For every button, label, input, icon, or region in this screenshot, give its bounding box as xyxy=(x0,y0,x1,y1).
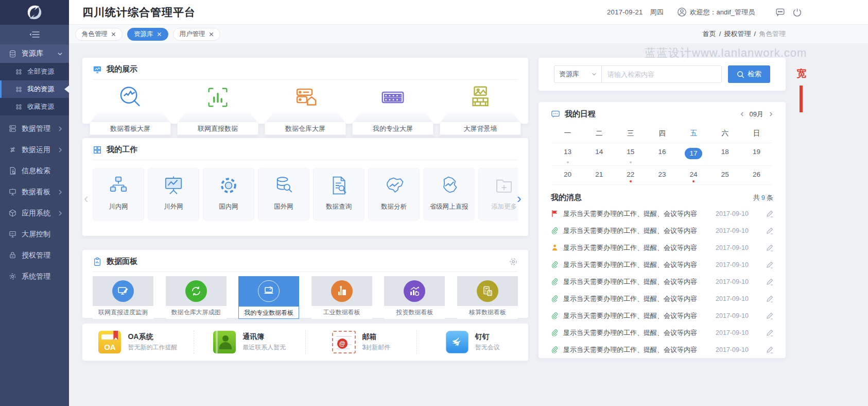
work-item-label: 国外网 xyxy=(258,202,309,211)
edit-pencil-icon[interactable] xyxy=(766,210,773,217)
work-item-provincial-online-report[interactable]: 省级网上直报 xyxy=(423,168,475,221)
work-item-sichuan-intranet[interactable]: 川内网 xyxy=(93,168,144,221)
display-item-professional-screen[interactable]: 我的专业大屏 xyxy=(352,81,433,135)
carousel-next-button[interactable]: › xyxy=(517,192,522,205)
calendar-day[interactable]: 14 xyxy=(583,143,615,165)
sidebar-item-label: 系统管理 xyxy=(22,272,63,281)
tab-role-management[interactable]: 角色管理 xyxy=(75,28,123,41)
board-item-warehouse-screen-chart[interactable]: 数据仓库大屏成图 xyxy=(166,276,227,319)
edit-pencil-icon[interactable] xyxy=(766,329,773,336)
message-row[interactable]: 显示当天需要办理的工作、提醒、会议等内容 2017-09-10 xyxy=(551,324,773,341)
edit-pencil-icon[interactable] xyxy=(766,227,773,234)
app-mailbox[interactable]: @ 邮箱 3封新邮件 xyxy=(306,330,418,354)
sidebar-item-data-dashboard[interactable]: 数据看板 xyxy=(0,181,69,202)
calendar-day[interactable]: 26 xyxy=(741,166,772,184)
calendar-day[interactable]: 20 xyxy=(552,166,583,184)
board-item-accounting-dashboard[interactable]: 核算数据看板 xyxy=(457,276,518,319)
prev-month-icon[interactable] xyxy=(740,112,744,116)
sidebar-item-favorite-resources[interactable]: 收藏资源 xyxy=(0,98,69,115)
sidebar-item-all-resources[interactable]: 全部资源 xyxy=(0,63,69,80)
calendar-day[interactable]: 22 xyxy=(615,166,646,184)
message-text: 显示当天需要办理的工作、提醒、会议等内容 xyxy=(563,345,716,354)
edit-pencil-icon[interactable] xyxy=(766,278,773,285)
display-item-online-report-data[interactable]: 联网直报数据 xyxy=(177,81,258,135)
sidebar-collapse-button[interactable] xyxy=(0,25,69,44)
sidebar-item-data-management[interactable]: 数据管理 xyxy=(0,118,69,139)
sidebar-item-resource-library[interactable]: 资源库 xyxy=(0,44,69,63)
calendar-day[interactable]: 25 xyxy=(709,166,741,184)
edit-pencil-icon[interactable] xyxy=(766,312,773,319)
board-item-investment-dashboard[interactable]: 投资数据看板 xyxy=(384,276,445,319)
display-item-warehouse-screen[interactable]: 数据仓库大屏 xyxy=(265,81,346,135)
message-row[interactable]: 显示当天需要办理的工作、提醒、会议等内容 2017-09-10 xyxy=(551,273,773,290)
message-row[interactable]: 显示当天需要办理的工作、提醒、会议等内容 2017-09-10 xyxy=(551,307,773,324)
message-row[interactable]: 显示当天需要办理的工作、提醒、会议等内容 2017-09-10 xyxy=(551,222,773,239)
calendar-day[interactable]: 18 xyxy=(709,143,741,165)
search-button[interactable]: 检索 xyxy=(728,65,770,83)
calendar-day[interactable]: 13 xyxy=(552,143,583,165)
flag-icon xyxy=(551,210,559,217)
message-row[interactable]: 显示当天需要办理的工作、提醒、会议等内容 2017-09-10 xyxy=(551,341,773,358)
calendar-day[interactable]: 15 xyxy=(615,143,646,165)
message-bubble-icon[interactable] xyxy=(775,7,785,17)
user-menu[interactable]: 欢迎您：andif_管理员 xyxy=(677,7,755,17)
search-input[interactable] xyxy=(602,66,721,82)
app-address-book[interactable]: 通讯簿 最近联系人暂无 xyxy=(194,330,306,354)
sidebar-item-authorization[interactable]: 授权管理 xyxy=(0,245,69,266)
message-row[interactable]: 显示当天需要办理的工作、提醒、会议等内容 2017-09-10 xyxy=(551,290,773,307)
sidebar-item-info-search[interactable]: 信息检索 xyxy=(0,160,69,181)
app-dingtalk[interactable]: 钉钉 暂无会议 xyxy=(417,330,528,354)
close-icon[interactable] xyxy=(157,32,162,37)
scan-bars-icon xyxy=(204,84,231,111)
calendar-day[interactable]: 23 xyxy=(646,166,678,184)
work-item-domestic-network[interactable]: 国内网 xyxy=(203,168,254,221)
sidebar-item-my-resources[interactable]: 我的资源 xyxy=(0,80,69,98)
panel-settings-gear-icon[interactable] xyxy=(509,257,518,266)
edit-pencil-icon[interactable] xyxy=(766,346,773,353)
work-item-data-query[interactable]: 数据查询 xyxy=(313,168,364,221)
work-item-add-more[interactable]: 添加更多 xyxy=(478,168,518,221)
board-item-report-progress-monitor[interactable]: 联网直报进度监测 xyxy=(93,276,153,319)
work-item-label: 数据查询 xyxy=(314,202,364,211)
next-month-icon[interactable] xyxy=(769,112,773,116)
work-item-data-analysis[interactable]: 数据分析 xyxy=(368,168,420,221)
breadcrumb-home[interactable]: 首页 xyxy=(703,30,716,38)
message-row[interactable]: 显示当天需要办理的工作、提醒、会议等内容 2017-09-10 xyxy=(551,256,773,273)
calendar-day[interactable]: 19 xyxy=(741,143,772,165)
sidebar-item-data-application[interactable]: 数据运用 xyxy=(0,139,69,160)
app-oa-system[interactable]: OA OA系统 暂无新的工作提醒 xyxy=(82,330,194,354)
calendar-day[interactable]: 16 xyxy=(646,143,678,165)
board-item-label: 核算数据看板 xyxy=(457,306,518,319)
carousel-prev-button[interactable]: ‹ xyxy=(84,192,89,205)
logo-swirl-icon xyxy=(26,4,43,21)
breadcrumb-parent[interactable]: 授权管理 xyxy=(724,30,751,38)
display-item-background-wall[interactable]: 大屏背景墙 xyxy=(440,81,521,135)
schedule-panel: 我的日程 09月 一 二 三 四 五 六 日 13 14 15 16 xyxy=(539,102,786,358)
calendar-day[interactable]: 21 xyxy=(583,166,615,184)
display-item-dashboard-screen[interactable]: 数据看板大屏 xyxy=(90,81,171,135)
power-icon[interactable] xyxy=(792,7,802,17)
edit-pencil-icon[interactable] xyxy=(766,244,773,251)
edit-pencil-icon[interactable] xyxy=(766,261,773,268)
schedule-title: 我的日程 xyxy=(565,109,596,119)
message-row[interactable]: 显示当天需要办理的工作、提醒、会议等内容 2017-09-10 xyxy=(551,205,773,222)
search-category-select[interactable]: 资源库 xyxy=(554,66,602,82)
edit-pencil-icon[interactable] xyxy=(766,295,773,302)
sidebar-item-system-management[interactable]: 系统管理 xyxy=(0,266,69,287)
sidebar-item-application-system[interactable]: 应用系统 xyxy=(0,202,69,224)
close-icon[interactable] xyxy=(111,32,116,37)
board-item-my-professional-dashboard[interactable]: 我的专业数据看板 xyxy=(238,276,299,319)
work-item-sichuan-extranet[interactable]: 川外网 xyxy=(148,168,199,221)
calendar-day-selected[interactable]: 17 xyxy=(678,143,709,165)
work-item-foreign-network[interactable]: 国外网 xyxy=(258,168,309,221)
close-icon[interactable] xyxy=(209,32,214,37)
message-row[interactable]: 显示当天需要办理的工作、提醒、会议等内容 2017-09-10 xyxy=(551,239,773,256)
header-weekday: 周四 xyxy=(650,8,664,17)
board-item-industrial-dashboard[interactable]: 工业数据看板 xyxy=(311,276,372,319)
sidebar-item-screen-control[interactable]: 大屏控制 xyxy=(0,224,69,245)
tab-user-management[interactable]: 用户管理 xyxy=(173,28,220,41)
tab-resource-library[interactable]: 资源库 xyxy=(127,28,168,41)
calendar-day[interactable]: 24 xyxy=(678,166,709,184)
four-dots-icon xyxy=(14,85,23,94)
section-title: 我的工作 xyxy=(107,145,137,155)
